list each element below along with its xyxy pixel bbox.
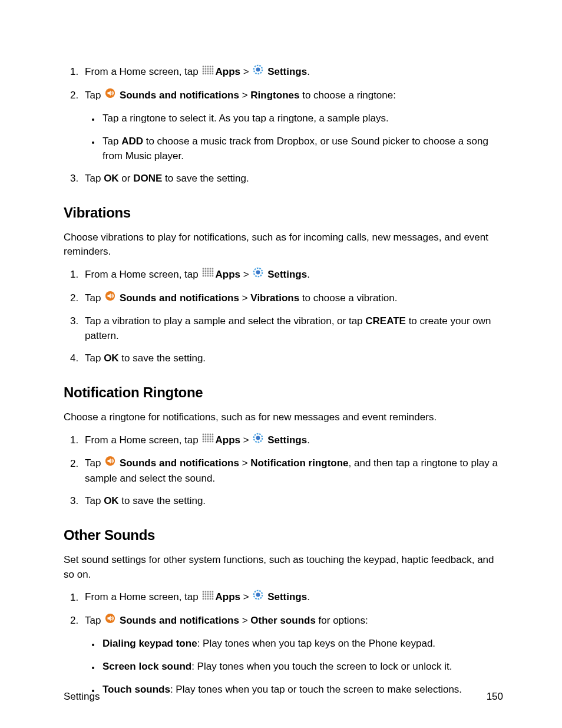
sounds-label: Sounds and notifications <box>120 292 239 304</box>
list-item: Tap Sounds and notifications > Other sou… <box>81 614 503 697</box>
list-item: Tap ADD to choose a music track from Dro… <box>100 134 503 163</box>
text: : Play tones when you tap keys on the Ph… <box>197 638 436 649</box>
apps-label: Apps <box>215 592 240 603</box>
apps-grid-icon <box>202 65 214 80</box>
apps-label: Apps <box>215 269 240 280</box>
text: Tap <box>85 458 104 469</box>
other-sounds-label: Other sounds <box>250 615 316 626</box>
list-item: Screen lock sound: Play tones when you t… <box>100 660 503 674</box>
text: to choose a music track from Dropbox, or… <box>103 136 488 162</box>
vibrations-label: Vibrations <box>250 292 299 304</box>
apps-label: Apps <box>215 434 240 446</box>
create-label: CREATE <box>365 315 406 327</box>
heading-notification-ringtone: Notification Ringtone <box>64 383 503 403</box>
text: From a Home screen, tap <box>85 434 199 446</box>
sounds-label: Sounds and notifications <box>120 458 239 469</box>
text: . <box>307 592 310 603</box>
settings-label: Settings <box>267 269 307 280</box>
text: From a Home screen, tap <box>85 66 199 77</box>
text: Tap a vibration to play a sample and sel… <box>85 315 365 327</box>
list-item: From a Home screen, tap Apps > Settings. <box>81 590 503 605</box>
text: . <box>307 269 310 280</box>
list-item: Tap Sounds and notifications > Ringtones… <box>81 88 503 164</box>
heading-vibrations: Vibrations <box>64 203 503 223</box>
text: Tap <box>103 136 121 147</box>
steps-ringtones: From a Home screen, tap Apps > Settings.… <box>64 65 503 186</box>
document-page: From a Home screen, tap Apps > Settings.… <box>0 0 562 728</box>
page-number: 150 <box>487 690 503 704</box>
settings-label: Settings <box>267 592 307 603</box>
sound-icon <box>105 88 115 103</box>
text: for options: <box>316 615 368 626</box>
sound-icon <box>105 613 115 628</box>
settings-gear-icon <box>253 64 263 80</box>
intro-vibrations: Choose vibrations to play for notificati… <box>64 230 503 259</box>
separator: > <box>243 592 249 603</box>
apps-label: Apps <box>215 66 240 77</box>
separator: > <box>242 90 248 101</box>
add-label: ADD <box>121 136 143 147</box>
sublist: Tap a ringtone to select it. As you tap … <box>85 111 503 163</box>
sound-icon <box>105 456 115 471</box>
footer-section-name: Settings <box>64 690 100 704</box>
list-item: Tap Sounds and notifications > Vibration… <box>81 291 503 307</box>
apps-grid-icon <box>202 590 214 605</box>
apps-grid-icon <box>202 433 214 447</box>
ok-label: OK <box>104 495 119 506</box>
settings-gear-icon <box>253 589 263 605</box>
list-item: Tap Sounds and notifications > Notificat… <box>81 456 503 486</box>
text: From a Home screen, tap <box>85 592 199 603</box>
list-item: Tap OK or DONE to save the setting. <box>81 172 503 186</box>
text: to save the setting. <box>162 173 249 184</box>
intro-other-sounds: Set sound settings for other system func… <box>64 553 503 582</box>
ok-label: OK <box>104 353 119 364</box>
text: . <box>307 66 310 77</box>
text: : Play tones when you touch the screen t… <box>191 661 452 672</box>
text: Tap <box>85 615 104 626</box>
settings-gear-icon <box>253 267 263 282</box>
text: to save the setting. <box>119 495 206 506</box>
text: to choose a vibration. <box>299 292 397 304</box>
separator: > <box>242 458 248 469</box>
dialing-keypad-tone-label: Dialing keypad tone <box>103 638 197 649</box>
settings-label: Settings <box>267 434 307 446</box>
settings-label: Settings <box>267 66 307 77</box>
intro-notification-ringtone: Choose a ringtone for notifications, suc… <box>64 410 503 425</box>
separator: > <box>243 434 249 446</box>
done-label: DONE <box>133 173 162 184</box>
text: or <box>119 173 134 184</box>
sounds-label: Sounds and notifications <box>120 615 239 626</box>
list-item: From a Home screen, tap Apps > Settings. <box>81 268 503 283</box>
sounds-label: Sounds and notifications <box>120 90 239 101</box>
list-item: Dialing keypad tone: Play tones when you… <box>100 637 503 651</box>
list-item: From a Home screen, tap Apps > Settings. <box>81 65 503 80</box>
list-item: Tap OK to save the setting. <box>81 351 503 366</box>
settings-gear-icon <box>253 433 263 448</box>
text: Tap <box>85 495 104 506</box>
notification-ringtone-label: Notification ringtone <box>250 458 348 469</box>
text: . <box>307 434 310 446</box>
list-item: From a Home screen, tap Apps > Settings. <box>81 433 503 449</box>
text: Tap <box>85 292 104 304</box>
text: From a Home screen, tap <box>85 269 199 280</box>
ringtones-label: Ringtones <box>250 90 299 101</box>
list-item: Tap a vibration to play a sample and sel… <box>81 314 503 343</box>
separator: > <box>242 615 248 626</box>
text: Tap <box>85 90 104 101</box>
steps-vibrations: From a Home screen, tap Apps > Settings.… <box>64 268 503 366</box>
separator: > <box>243 269 249 280</box>
page-footer: Settings 150 <box>64 690 503 704</box>
separator: > <box>242 292 248 304</box>
separator: > <box>243 66 249 77</box>
text: Tap <box>85 173 104 184</box>
text: to choose a ringtone: <box>299 90 396 101</box>
text: to save the setting. <box>119 353 206 364</box>
list-item: Tap OK to save the setting. <box>81 494 503 509</box>
sound-icon <box>105 291 115 306</box>
steps-other-sounds: From a Home screen, tap Apps > Settings.… <box>64 590 503 697</box>
sublist: Dialing keypad tone: Play tones when you… <box>85 637 503 697</box>
steps-notification-ringtone: From a Home screen, tap Apps > Settings.… <box>64 433 503 509</box>
text: Tap <box>85 353 104 364</box>
heading-other-sounds: Other Sounds <box>64 525 503 546</box>
apps-grid-icon <box>202 267 214 282</box>
